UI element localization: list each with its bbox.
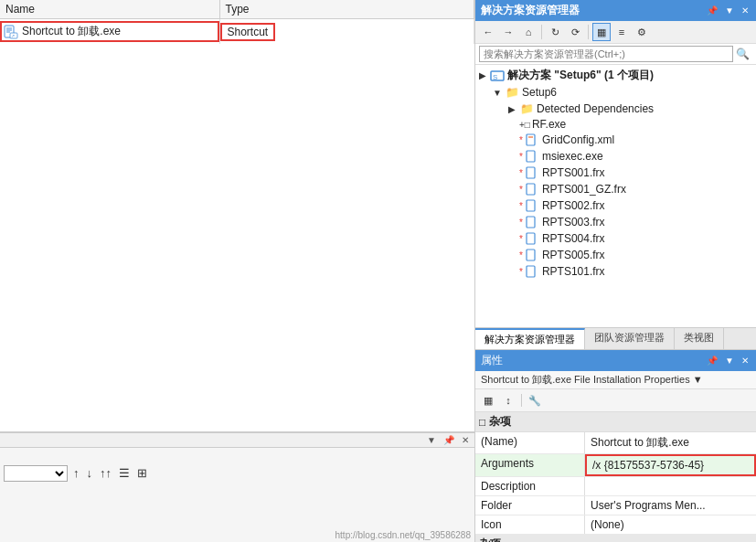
rpts005-label: RPTS005.frx bbox=[542, 249, 605, 261]
toolbar-btn-4[interactable]: ☰ bbox=[117, 464, 132, 482]
se-toolbar-sep2 bbox=[588, 25, 589, 39]
svg-rect-17 bbox=[527, 266, 535, 277]
props-section-header: □ 杂项 bbox=[475, 412, 756, 432]
tree-setup6[interactable]: ▼ 📁 Setup6 bbox=[475, 84, 756, 101]
props-name-arguments: Arguments bbox=[475, 454, 585, 476]
svg-rect-8 bbox=[527, 134, 535, 145]
se-auto-hide-btn[interactable]: ▼ bbox=[723, 5, 736, 16]
props-row-icon[interactable]: Icon (None) bbox=[475, 515, 756, 535]
props-row-folder[interactable]: Folder User's Programs Men... bbox=[475, 496, 756, 515]
gridconfig-file-icon bbox=[525, 133, 539, 147]
tree-rpts002[interactable]: ▶ * RPTS002.frx bbox=[475, 197, 756, 214]
se-title-bar: 解决方案资源管理器 📌 ▼ ✕ bbox=[475, 0, 756, 21]
props-value-arguments[interactable]: /x {81575537-5736-45} bbox=[585, 454, 756, 476]
tree-rpts101[interactable]: ▶ * RPTS101.frx bbox=[475, 263, 756, 280]
se-settings-btn[interactable]: ⚙ bbox=[633, 23, 651, 41]
shortcut-name-cell[interactable]: ↗ Shortcut to 卸载.exe bbox=[0, 21, 219, 42]
bottom-toolbar: ▼ 📌 ✕ ↑ ↓ ↑↑ ☰ ⊞ http://blog.csdn.net/qq… bbox=[0, 432, 474, 542]
se-forward-btn[interactable]: → bbox=[499, 23, 517, 41]
se-grid-view-btn[interactable]: ▦ bbox=[592, 23, 611, 41]
rpts001-label: RPTS001.frx bbox=[542, 166, 605, 179]
se-tab-solution[interactable]: 解决方案资源管理器 bbox=[475, 328, 585, 349]
se-back-btn[interactable]: ← bbox=[479, 23, 497, 41]
se-stop-btn[interactable]: ⟳ bbox=[566, 23, 584, 41]
toolbar-btn-3[interactable]: ↑↑ bbox=[98, 464, 113, 482]
props-close-btn[interactable]: ✕ bbox=[740, 356, 751, 366]
props-name-label-name: (Name) bbox=[475, 432, 585, 453]
props-sort-icon[interactable]: ↕ bbox=[499, 391, 517, 409]
svg-rect-11 bbox=[527, 167, 535, 178]
tree-msiexec[interactable]: ▶ * msiexec.exe bbox=[475, 148, 756, 165]
se-search-input[interactable] bbox=[479, 46, 733, 62]
col-type: Type bbox=[219, 0, 474, 19]
toolbar-btn-2[interactable]: ↓ bbox=[85, 464, 95, 482]
tree-rf-exe[interactable]: +□ RF.exe bbox=[475, 117, 756, 132]
auto-hide-btn[interactable]: ▼ bbox=[425, 435, 438, 445]
setup6-expand-icon: ▼ bbox=[490, 88, 505, 98]
props-title: 属性 bbox=[481, 353, 503, 368]
left-panel: Name Type bbox=[0, 0, 475, 542]
pin-btn[interactable]: 📌 bbox=[442, 435, 456, 445]
rpts002-star-icon: * bbox=[519, 201, 523, 211]
solution-icon: S bbox=[490, 69, 505, 83]
shortcut-name-label: Shortcut to 卸载.exe bbox=[22, 24, 121, 39]
svg-rect-16 bbox=[527, 250, 535, 260]
se-list-view-btn[interactable]: ≡ bbox=[612, 23, 631, 41]
props-section-bottom: 杂项 bbox=[475, 535, 756, 542]
props-grid-icon[interactable]: ▦ bbox=[479, 391, 497, 409]
se-tab-team[interactable]: 团队资源管理器 bbox=[585, 328, 675, 349]
tree-rpts005[interactable]: ▶ * RPTS005.frx bbox=[475, 247, 756, 263]
props-toolbar-sep bbox=[521, 394, 522, 407]
rpts001-file-icon bbox=[525, 165, 539, 180]
props-row-name[interactable]: (Name) Shortcut to 卸载.exe bbox=[475, 432, 756, 454]
se-close-btn[interactable]: ✕ bbox=[740, 5, 751, 16]
props-pin-btn[interactable]: 📌 bbox=[705, 356, 719, 366]
props-section-collapse-icon[interactable]: □ bbox=[479, 416, 485, 429]
props-value-icon[interactable]: (None) bbox=[585, 515, 756, 534]
tree-solution-root[interactable]: ▶ S 解决方案 "Setup6" (1 个项目) bbox=[475, 67, 756, 84]
combo-dropdown[interactable] bbox=[4, 465, 68, 482]
rpts001gz-star-icon: * bbox=[519, 185, 523, 195]
se-title-controls: 📌 ▼ ✕ bbox=[705, 5, 751, 16]
tree-detected-deps[interactable]: ▶ 📁 Detected Dependencies bbox=[475, 101, 756, 117]
props-section-bottom-label: 杂项 bbox=[479, 537, 501, 542]
props-value-folder[interactable]: User's Programs Men... bbox=[585, 496, 756, 515]
right-panel: 解决方案资源管理器 📌 ▼ ✕ ← → ⌂ ↻ ⟳ ▦ ≡ ⚙ bbox=[475, 0, 756, 542]
tree-rpts004[interactable]: ▶ * RPTS004.frx bbox=[475, 230, 756, 247]
props-name-folder: Folder bbox=[475, 496, 585, 515]
svg-text:S: S bbox=[493, 73, 497, 81]
tree-rpts003[interactable]: ▶ * RPTS003.frx bbox=[475, 214, 756, 230]
se-refresh-btn[interactable]: ↻ bbox=[546, 23, 564, 41]
rpts004-label: RPTS004.frx bbox=[542, 232, 605, 245]
props-name-icon: Icon bbox=[475, 515, 585, 534]
table-row[interactable]: ↗ Shortcut to 卸载.exe Shortcut bbox=[0, 19, 474, 45]
props-wrench-icon[interactable]: 🔧 bbox=[526, 391, 544, 409]
tree-rpts001gz[interactable]: ▶ * RPTS001_GZ.frx bbox=[475, 181, 756, 197]
setup6-folder-icon: 📁 bbox=[505, 85, 519, 100]
se-pin-btn[interactable]: 📌 bbox=[705, 5, 719, 16]
props-auto-hide-btn[interactable]: ▼ bbox=[723, 356, 736, 366]
tree-rpts001[interactable]: ▶ * RPTS001.frx bbox=[475, 165, 756, 181]
close-panel-btn[interactable]: ✕ bbox=[460, 435, 471, 445]
props-row-description[interactable]: Description bbox=[475, 477, 756, 496]
se-search-icon[interactable]: 🔍 bbox=[733, 48, 752, 60]
shortcut-type-label: Shortcut bbox=[220, 23, 276, 41]
watermark: http://blog.csdn.net/qq_39586288 bbox=[335, 530, 471, 540]
props-value-description[interactable] bbox=[585, 477, 756, 495]
svg-rect-10 bbox=[527, 151, 535, 162]
svg-rect-13 bbox=[527, 200, 535, 211]
detected-deps-label: Detected Dependencies bbox=[537, 102, 654, 115]
se-home-btn[interactable]: ⌂ bbox=[519, 23, 538, 41]
se-tab-class[interactable]: 类视图 bbox=[675, 328, 724, 349]
tree-gridconfig[interactable]: ▶ * GridConfig.xml bbox=[475, 132, 756, 148]
svg-rect-14 bbox=[527, 217, 535, 228]
toolbar-btn-5[interactable]: ⊞ bbox=[135, 464, 149, 482]
rf-plus-icon: +□ bbox=[519, 120, 530, 130]
rpts003-star-icon: * bbox=[519, 218, 523, 228]
properties-panel: 属性 📌 ▼ ✕ Shortcut to 卸载.exe File Install… bbox=[475, 350, 756, 542]
props-row-arguments[interactable]: Arguments /x {81575537-5736-45} bbox=[475, 454, 756, 477]
rpts101-star-icon: * bbox=[519, 267, 523, 277]
gridconfig-label: GridConfig.xml bbox=[542, 133, 614, 146]
toolbar-btn-1[interactable]: ↑ bbox=[71, 464, 81, 482]
props-value-name[interactable]: Shortcut to 卸载.exe bbox=[585, 432, 756, 453]
